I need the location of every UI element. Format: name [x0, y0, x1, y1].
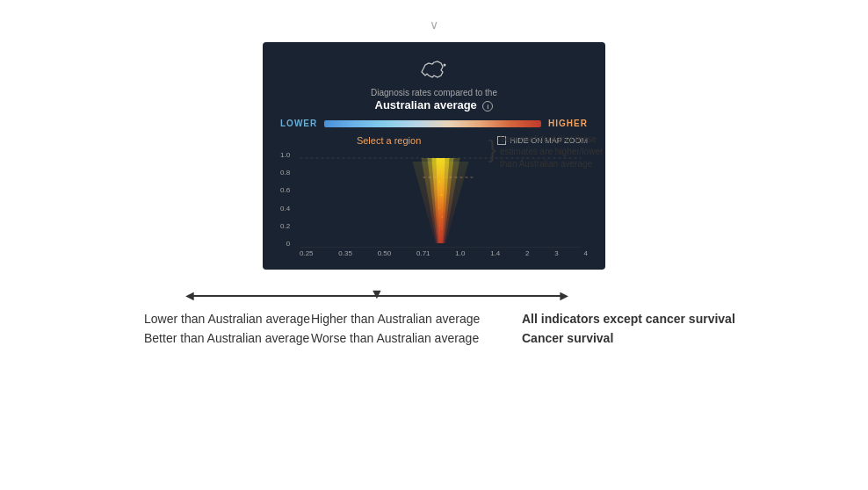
select-region-button[interactable]: Select a region [280, 135, 497, 146]
australia-icon [418, 56, 450, 84]
arrow-row: ◄ ► ▼ [100, 287, 768, 305]
svg-point-13 [439, 225, 441, 227]
legend-higher-label: Higher than Australian average [311, 312, 522, 326]
svg-point-14 [441, 231, 443, 233]
chevron-icon[interactable]: ∨ [18, 18, 850, 32]
gradient-bar [324, 120, 541, 127]
confidence-brace: } [488, 137, 496, 162]
confidence-text: Very confident that these estimates are … [500, 133, 614, 170]
aus-average-label: Australian average i [375, 98, 494, 112]
svg-point-12 [442, 216, 444, 218]
diagnosis-label: Diagnosis rates compared to the [371, 88, 497, 97]
svg-marker-7 [413, 162, 469, 243]
arrow-right-icon: ► [557, 288, 571, 304]
higher-label: HIGHER [548, 119, 588, 128]
legend-better-label: Better than Australian average [100, 331, 311, 345]
legend-row-2: Better than Australian average Worse tha… [100, 331, 768, 345]
panel-top: Diagnosis rates compared to the Australi… [280, 56, 588, 119]
arrow-left-icon: ◄ [183, 288, 197, 304]
svg-point-11 [438, 207, 440, 209]
svg-point-0 [444, 64, 446, 67]
svg-point-8 [440, 168, 442, 169]
y-axis: 1.0 0.8 0.6 0.4 0.2 0 [280, 151, 293, 248]
svg-point-10 [441, 194, 443, 196]
panel-wrapper: Diagnosis rates compared to the Australi… [263, 33, 605, 270]
legend-category-1: All indicators except cancer survival [522, 312, 768, 326]
confidence-panel: } Very confident that these estimates ar… [488, 133, 614, 170]
svg-point-9 [439, 181, 441, 183]
x-axis-labels: 0.25 0.35 0.50 0.71 1.0 1.4 2 3 4 [280, 249, 588, 257]
legend-row-1: Lower than Australian average Higher tha… [100, 312, 768, 326]
legend-worse-label: Worse than Australian average [311, 331, 522, 345]
info-icon[interactable]: i [482, 101, 493, 112]
gradient-bar-row: LOWER HIGHER [280, 119, 588, 128]
main-container: ∨ Diagnosis rates compared to the Austra… [0, 0, 868, 368]
legend-area: ◄ ► ▼ Lower than Australian average High… [100, 287, 768, 350]
arrow-mid-icon: ▼ [370, 286, 384, 302]
legend-lower-label: Lower than Australian average [100, 312, 311, 326]
legend-category-2: Cancer survival [522, 331, 768, 345]
lower-label: LOWER [280, 119, 317, 128]
